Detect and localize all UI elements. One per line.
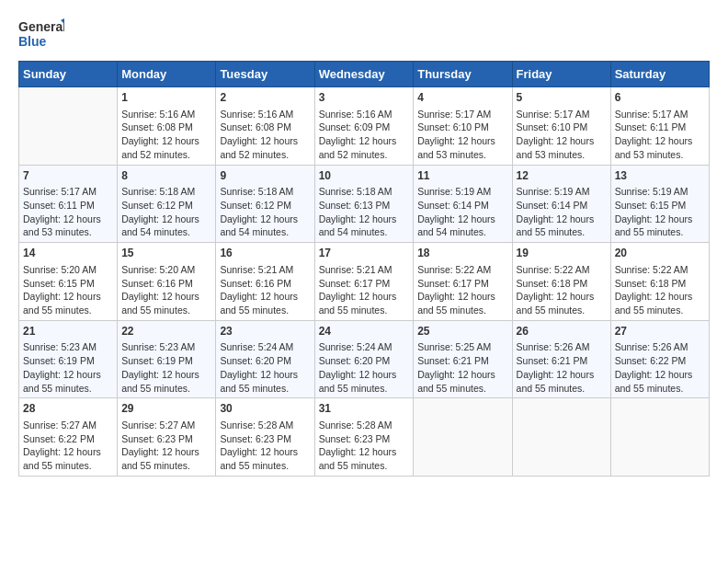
calendar-cell: 11Sunrise: 5:19 AMSunset: 6:14 PMDayligh… <box>414 165 512 243</box>
calendar-header-row: SundayMondayTuesdayWednesdayThursdayFrid… <box>19 62 710 87</box>
day-info: Sunrise: 5:23 AMSunset: 6:19 PMDaylight:… <box>23 340 113 395</box>
day-info: Sunrise: 5:21 AMSunset: 6:16 PMDaylight:… <box>220 263 310 317</box>
svg-text:Blue: Blue <box>18 34 47 49</box>
calendar-cell: 25Sunrise: 5:25 AMSunset: 6:21 PMDayligh… <box>414 320 512 398</box>
day-number: 7 <box>23 168 113 184</box>
day-number: 1 <box>121 90 211 106</box>
calendar-cell: 6Sunrise: 5:17 AMSunset: 6:11 PMDaylight… <box>610 87 709 166</box>
day-info: Sunrise: 5:17 AMSunset: 6:11 PMDaylight:… <box>23 185 113 239</box>
calendar-cell: 13Sunrise: 5:19 AMSunset: 6:15 PMDayligh… <box>610 165 709 243</box>
calendar-cell: 29Sunrise: 5:27 AMSunset: 6:23 PMDayligh… <box>118 398 216 477</box>
day-info: Sunrise: 5:25 AMSunset: 6:21 PMDaylight:… <box>417 340 507 395</box>
calendar-cell <box>19 87 118 166</box>
calendar-cell: 15Sunrise: 5:20 AMSunset: 6:16 PMDayligh… <box>118 243 216 321</box>
calendar-week-1: 1Sunrise: 5:16 AMSunset: 6:08 PMDaylight… <box>19 87 710 166</box>
calendar-cell: 18Sunrise: 5:22 AMSunset: 6:17 PMDayligh… <box>414 243 512 321</box>
day-number: 24 <box>319 324 410 339</box>
header: General Blue <box>18 15 710 53</box>
calendar-cell: 4Sunrise: 5:17 AMSunset: 6:10 PMDaylight… <box>414 87 512 166</box>
day-number: 19 <box>517 246 607 261</box>
header-tuesday: Tuesday <box>216 62 314 87</box>
day-number: 12 <box>517 168 607 184</box>
day-number: 18 <box>417 246 507 261</box>
day-number: 3 <box>319 90 410 106</box>
day-info: Sunrise: 5:19 AMSunset: 6:15 PMDaylight:… <box>615 185 705 239</box>
day-info: Sunrise: 5:16 AMSunset: 6:08 PMDaylight:… <box>220 108 310 162</box>
day-info: Sunrise: 5:18 AMSunset: 6:12 PMDaylight:… <box>121 185 211 239</box>
day-info: Sunrise: 5:23 AMSunset: 6:19 PMDaylight:… <box>121 340 211 395</box>
calendar-cell: 3Sunrise: 5:16 AMSunset: 6:09 PMDaylight… <box>314 87 414 166</box>
logo: General Blue <box>18 15 64 53</box>
day-number: 9 <box>220 168 310 184</box>
day-info: Sunrise: 5:20 AMSunset: 6:15 PMDaylight:… <box>23 263 113 317</box>
calendar-week-3: 14Sunrise: 5:20 AMSunset: 6:15 PMDayligh… <box>19 243 710 321</box>
day-info: Sunrise: 5:18 AMSunset: 6:12 PMDaylight:… <box>220 185 310 239</box>
day-info: Sunrise: 5:28 AMSunset: 6:23 PMDaylight:… <box>220 419 310 473</box>
calendar-cell: 16Sunrise: 5:21 AMSunset: 6:16 PMDayligh… <box>216 243 314 321</box>
day-info: Sunrise: 5:24 AMSunset: 6:20 PMDaylight:… <box>319 340 410 395</box>
day-info: Sunrise: 5:20 AMSunset: 6:16 PMDaylight:… <box>121 263 211 317</box>
day-number: 26 <box>517 324 607 339</box>
calendar-cell: 8Sunrise: 5:18 AMSunset: 6:12 PMDaylight… <box>118 165 216 243</box>
header-wednesday: Wednesday <box>314 62 414 87</box>
header-friday: Friday <box>512 62 610 87</box>
day-number: 14 <box>23 246 113 261</box>
day-info: Sunrise: 5:17 AMSunset: 6:10 PMDaylight:… <box>417 108 507 162</box>
header-thursday: Thursday <box>414 62 512 87</box>
calendar-cell: 21Sunrise: 5:23 AMSunset: 6:19 PMDayligh… <box>19 320 118 398</box>
calendar-cell: 7Sunrise: 5:17 AMSunset: 6:11 PMDaylight… <box>19 165 118 243</box>
calendar-cell: 30Sunrise: 5:28 AMSunset: 6:23 PMDayligh… <box>216 398 314 477</box>
day-number: 25 <box>417 324 507 339</box>
calendar-cell: 1Sunrise: 5:16 AMSunset: 6:08 PMDaylight… <box>118 87 216 166</box>
day-number: 31 <box>319 401 410 417</box>
header-sunday: Sunday <box>19 62 118 87</box>
day-number: 13 <box>615 168 705 184</box>
day-info: Sunrise: 5:27 AMSunset: 6:23 PMDaylight:… <box>121 419 211 473</box>
calendar-cell: 9Sunrise: 5:18 AMSunset: 6:12 PMDaylight… <box>216 165 314 243</box>
calendar-cell: 27Sunrise: 5:26 AMSunset: 6:22 PMDayligh… <box>610 320 709 398</box>
day-number: 2 <box>220 90 310 106</box>
day-number: 10 <box>319 168 410 184</box>
day-number: 21 <box>23 324 113 339</box>
day-info: Sunrise: 5:21 AMSunset: 6:17 PMDaylight:… <box>319 263 410 317</box>
logo-svg: General Blue <box>18 15 64 53</box>
calendar-cell: 5Sunrise: 5:17 AMSunset: 6:10 PMDaylight… <box>512 87 610 166</box>
day-number: 23 <box>220 324 310 339</box>
day-info: Sunrise: 5:17 AMSunset: 6:11 PMDaylight:… <box>615 108 705 162</box>
calendar-cell <box>414 398 512 477</box>
calendar-cell: 23Sunrise: 5:24 AMSunset: 6:20 PMDayligh… <box>216 320 314 398</box>
day-info: Sunrise: 5:22 AMSunset: 6:18 PMDaylight:… <box>615 263 705 317</box>
calendar-cell: 2Sunrise: 5:16 AMSunset: 6:08 PMDaylight… <box>216 87 314 166</box>
calendar-cell: 20Sunrise: 5:22 AMSunset: 6:18 PMDayligh… <box>610 243 709 321</box>
calendar-cell: 19Sunrise: 5:22 AMSunset: 6:18 PMDayligh… <box>512 243 610 321</box>
day-number: 5 <box>517 90 607 106</box>
day-info: Sunrise: 5:18 AMSunset: 6:13 PMDaylight:… <box>319 185 410 239</box>
calendar-cell <box>610 398 709 477</box>
day-number: 17 <box>319 246 410 261</box>
calendar-week-5: 28Sunrise: 5:27 AMSunset: 6:22 PMDayligh… <box>19 398 710 477</box>
day-info: Sunrise: 5:16 AMSunset: 6:09 PMDaylight:… <box>319 108 410 162</box>
day-number: 11 <box>417 168 507 184</box>
day-number: 27 <box>615 324 705 339</box>
day-number: 22 <box>121 324 211 339</box>
day-number: 15 <box>121 246 211 261</box>
calendar-cell: 24Sunrise: 5:24 AMSunset: 6:20 PMDayligh… <box>314 320 414 398</box>
calendar-cell: 14Sunrise: 5:20 AMSunset: 6:15 PMDayligh… <box>19 243 118 321</box>
calendar-week-2: 7Sunrise: 5:17 AMSunset: 6:11 PMDaylight… <box>19 165 710 243</box>
day-info: Sunrise: 5:28 AMSunset: 6:23 PMDaylight:… <box>319 419 410 473</box>
day-number: 28 <box>23 401 113 417</box>
day-info: Sunrise: 5:22 AMSunset: 6:17 PMDaylight:… <box>417 263 507 317</box>
day-info: Sunrise: 5:22 AMSunset: 6:18 PMDaylight:… <box>517 263 607 317</box>
calendar-cell: 26Sunrise: 5:26 AMSunset: 6:21 PMDayligh… <box>512 320 610 398</box>
svg-text:General: General <box>18 19 64 34</box>
calendar-table: SundayMondayTuesdayWednesdayThursdayFrid… <box>18 61 710 477</box>
day-number: 16 <box>220 246 310 261</box>
calendar-cell: 10Sunrise: 5:18 AMSunset: 6:13 PMDayligh… <box>314 165 414 243</box>
day-number: 6 <box>615 90 705 106</box>
calendar-cell: 28Sunrise: 5:27 AMSunset: 6:22 PMDayligh… <box>19 398 118 477</box>
day-info: Sunrise: 5:19 AMSunset: 6:14 PMDaylight:… <box>517 185 607 239</box>
header-monday: Monday <box>118 62 216 87</box>
day-info: Sunrise: 5:19 AMSunset: 6:14 PMDaylight:… <box>417 185 507 239</box>
day-info: Sunrise: 5:26 AMSunset: 6:22 PMDaylight:… <box>615 340 705 395</box>
day-number: 29 <box>121 401 211 417</box>
